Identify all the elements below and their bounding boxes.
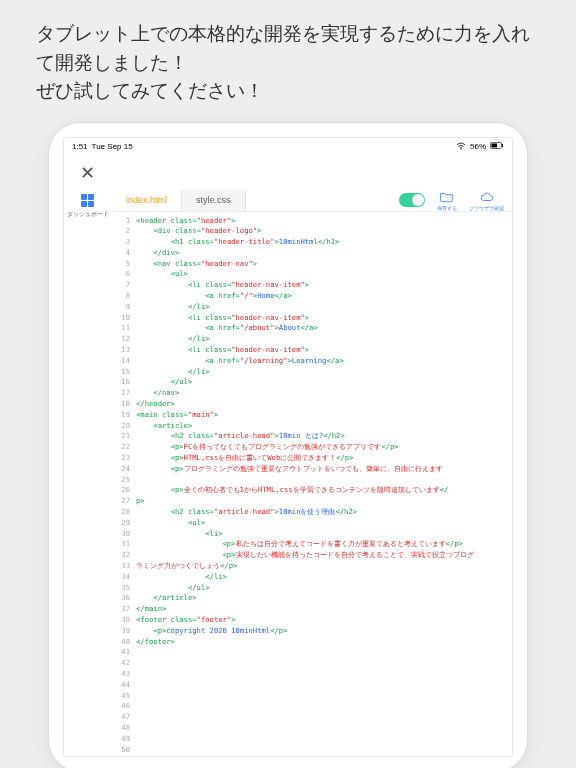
sidebar: ダッシュボード [64,190,112,757]
svg-point-0 [460,148,461,149]
screenshot-caption: タブレット上での本格的な開発を実現するために力を入れて開発しました！ ぜひ試して… [0,0,576,114]
code-editor[interactable]: 1234567891011121314151617181920212223242… [112,212,512,757]
preview-button[interactable]: ブラウザで確認 [469,190,504,211]
dashboard-label: ダッシュボード [67,210,109,219]
ipad-frame: 1:51 Tue Sep 15 56% ✕ ダッシュボード [48,122,528,769]
statusbar-time: 1:51 [72,142,88,151]
toolbar: ✕ [64,156,512,190]
wifi-icon [456,142,466,152]
svg-rect-3 [502,144,503,147]
line-gutter: 1234567891011121314151617181920212223242… [112,212,134,757]
tab-style-css[interactable]: style.css [182,190,246,211]
dashboard-button[interactable]: ダッシュボード [67,194,109,219]
toggle-switch[interactable] [399,193,425,207]
save-button[interactable]: 保存する [437,190,457,211]
editor-pane: index.html style.css 保存する ブラウザで確認 [112,190,512,757]
cloud-icon [480,190,494,204]
grid-icon [81,194,95,208]
screen: 1:51 Tue Sep 15 56% ✕ ダッシュボード [63,137,513,757]
close-button[interactable]: ✕ [80,162,95,184]
folder-icon [440,190,454,204]
battery-percent: 56% [470,142,486,151]
code-content[interactable]: <header class="header"> <div class="head… [134,212,512,757]
tab-bar: index.html style.css 保存する ブラウザで確認 [112,190,512,212]
svg-rect-2 [492,144,498,148]
battery-icon [490,142,504,151]
status-bar: 1:51 Tue Sep 15 56% [64,138,512,156]
statusbar-date: Tue Sep 15 [92,142,133,151]
tab-index-html[interactable]: index.html [112,190,182,211]
